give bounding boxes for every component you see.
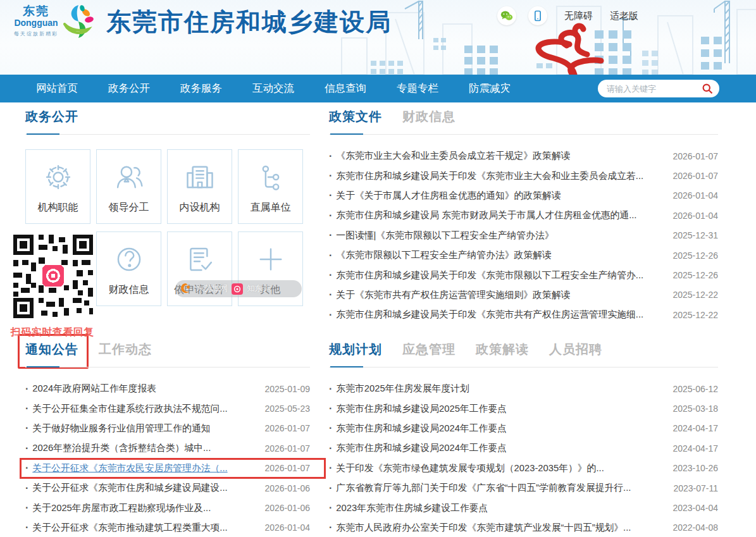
list-item[interactable]: · 东莞市住房和城乡建设局2025年工作要点 2025-03-18 xyxy=(329,398,718,418)
info-card[interactable]: 财政信息 xyxy=(96,231,161,306)
page: 东莞 Dongguan 每天绽放新精彩 东莞市住房和城乡建设局 xyxy=(0,0,756,537)
red-sculpture xyxy=(538,26,601,75)
info-card[interactable]: 其他 xyxy=(238,231,303,306)
info-card[interactable]: 依申请公开 xyxy=(167,231,232,306)
site-logo[interactable]: 东莞 Dongguan 每天绽放新精彩 xyxy=(14,4,96,39)
tab[interactable]: 政策文件 xyxy=(329,108,382,125)
plus-icon xyxy=(254,242,287,277)
doc-check-icon xyxy=(183,242,216,277)
list-item[interactable]: · 关于做好物业服务行业信用管理工作的通知 2026-01-07 xyxy=(25,419,310,438)
tab[interactable]: 工作动态 xyxy=(99,341,152,358)
info-card[interactable]: 内设机构 xyxy=(167,149,232,224)
list-item[interactable]: · 2023年东莞市住房城乡建设工作要点 2023-04-04 xyxy=(329,498,718,517)
gov-info-title: 政务公开 xyxy=(25,108,78,125)
tab[interactable]: 通知公告 xyxy=(25,341,78,358)
wechat-icon[interactable] xyxy=(497,6,516,25)
logo-en: Dongguan xyxy=(14,18,58,28)
nav-item[interactable]: 专题专栏 xyxy=(397,82,438,96)
qr-code-block: 扫码实时查看回复 xyxy=(11,232,96,339)
list-item[interactable]: · 2026年整治提升类（含拆整结合类）城中... 2026-01-07 xyxy=(25,438,310,458)
qr-code xyxy=(11,232,96,321)
search-icon xyxy=(701,82,714,95)
people-icon xyxy=(113,159,146,195)
list-item[interactable]: · 东莞市2025年住房发展年度计划 2025-06-12 xyxy=(329,379,718,398)
list-item[interactable]: · 关于公开征集全市住建系统行政执法不规范问... 2025-05-23 xyxy=(25,398,310,418)
tab[interactable]: 规划计划 xyxy=(329,341,382,358)
nav-item[interactable]: 政务公开 xyxy=(108,82,150,96)
nav-item[interactable]: 互动交流 xyxy=(252,82,294,96)
logo-tagline: 每天绽放新精彩 xyxy=(14,30,58,37)
logo-cn: 东莞 xyxy=(14,5,58,18)
question-icon xyxy=(113,242,146,277)
nav-items: 网站首页政务公开政务服务互动交流信息查询专题专栏防震减灾 xyxy=(0,82,541,96)
info-card[interactable]: 机构职能 xyxy=(25,149,90,224)
elderly-version-link[interactable]: 适老版 xyxy=(610,10,638,22)
list-item[interactable]: · 关于《东莞市共有产权住房运营管理实施细则》政策解读 2025-12-22 xyxy=(329,285,718,305)
info-card[interactable]: 领导分工 xyxy=(96,149,161,224)
list-item[interactable]: · 关于《关于市属人才住房租金优惠的通知》的政策解读 2026-01-04 xyxy=(329,186,718,206)
policy-tabs: 政策文件财政信息 xyxy=(329,108,718,125)
gov-info-cards-row1: 机构职能 领导分工 内设机构 直属单位 xyxy=(25,149,310,224)
tab[interactable]: 人员招聘 xyxy=(549,341,602,358)
building-icon xyxy=(183,159,216,195)
list-item[interactable]: · 东莞市住房和城乡建设局2024年工作要点 2024-04-17 xyxy=(329,419,718,438)
search-box xyxy=(598,80,719,97)
notice-tabs: 通知公告工作动态 xyxy=(25,340,310,358)
org-icon xyxy=(254,159,287,195)
qr-caption: 扫码实时查看回复 xyxy=(11,326,96,339)
list-item[interactable]: · 东莞市住房和城乡建设局 东莞市财政局关于市属人才住房租金优惠的通... 20… xyxy=(329,206,718,225)
list-item[interactable]: · 东莞市住房和城乡建设局关于印发《东莞市共有产权住房运营管理实施细... 20… xyxy=(329,305,718,324)
search-input[interactable] xyxy=(607,84,700,94)
list-item[interactable]: · 东莞市住房和城乡建设局关于印发《东莞市限额以下工程安全生产纳管办... 20… xyxy=(329,265,718,285)
list-item[interactable]: · 东莞市住房和城乡建设局关于印发《东莞市业主大会和业主委员会成立若... 20… xyxy=(329,166,718,185)
accessibility-link[interactable]: 无障碍 xyxy=(564,10,593,22)
notice-section: 通知公告工作动态 · 2024年政府网站工作年度报表 2025-01-09 · … xyxy=(25,340,310,537)
search-button[interactable] xyxy=(700,82,714,96)
notice-list: · 2024年政府网站工作年度报表 2025-01-09 · 关于公开征集全市住… xyxy=(25,379,310,537)
nav-item[interactable]: 信息查询 xyxy=(325,82,366,96)
list-item[interactable]: · 东莞市住房和城乡建设局2024年工作要点 2024-04-17 xyxy=(329,438,718,458)
list-item[interactable]: · 关于公开征求《东莞市农民安居房管理办法（... 2026-01-07 xyxy=(25,459,310,478)
tab[interactable]: 应急管理 xyxy=(402,341,455,358)
list-item[interactable]: · 关于印发《东莞市绿色建筑发展专项规划（2023-2035年）》的... 20… xyxy=(329,459,718,478)
site-header: 东莞 Dongguan 每天绽放新精彩 东莞市住房和城乡建设局 xyxy=(0,0,756,75)
nav-item[interactable]: 网站首页 xyxy=(36,82,78,96)
list-item[interactable]: · 《东莞市业主大会和业主委员会成立若干规定》政策解读 2026-01-07 xyxy=(329,146,718,166)
tab[interactable]: 政策解读 xyxy=(476,341,529,358)
nav-item[interactable]: 政务服务 xyxy=(180,82,222,96)
list-item[interactable]: · 2024年政府网站工作年度报表 2025-01-09 xyxy=(25,379,310,398)
info-card[interactable]: 直属单位 xyxy=(238,149,303,224)
list-item[interactable]: · 《东莞市限额以下工程安全生产纳管办法》政策解读 2025-12-26 xyxy=(329,245,718,265)
tab[interactable]: 财政信息 xyxy=(402,108,455,125)
list-item[interactable]: · 关于2025年房屋市政工程勘察现场作业及... 2026-01-06 xyxy=(25,498,310,517)
nav-item[interactable]: 防震减灾 xyxy=(469,82,511,96)
list-item[interactable]: · 一图读懂|《东莞市限额以下工程安全生产纳管办法》 2025-12-31 xyxy=(329,226,718,245)
planning-tabs: 规划计划应急管理政策解读人员招聘 xyxy=(329,340,718,358)
planning-list: · 东莞市2025年住房发展年度计划 2025-06-12 · 东莞市住房和城乡… xyxy=(329,379,718,537)
list-item[interactable]: · 广东省教育厅等九部门关于印发《广东省“十四五”学前教育发展提升行... 20… xyxy=(329,478,718,498)
policy-list: · 《东莞市业主大会和业主委员会成立若干规定》政策解读 2026-01-07 ·… xyxy=(329,146,718,325)
list-item[interactable]: · 关于公开征求《东莞市住房和城乡建设局建设... 2026-01-06 xyxy=(25,478,310,498)
utility-bar: 无障碍 适老版 xyxy=(497,6,638,25)
main-nav: 网站首页政务公开政务服务互动交流信息查询专题专栏防震减灾 xyxy=(0,75,756,102)
mobile-icon[interactable] xyxy=(528,6,547,25)
logo-flower-icon xyxy=(59,3,96,39)
planning-section: 规划计划应急管理政策解读人员招聘 · 东莞市2025年住房发展年度计划 2025… xyxy=(329,340,718,537)
policy-section: 政策文件财政信息 · 《东莞市业主大会和业主委员会成立若干规定》政策解读 202… xyxy=(329,108,718,325)
list-item[interactable]: · 关于公开征求《东莞市推动建筑工程类重大项... 2026-01-04 xyxy=(25,518,310,537)
list-item[interactable]: · 东莞市人民政府办公室关于印发《东莞市建筑产业发展“十四五”规划》... 20… xyxy=(329,518,718,537)
gear-icon xyxy=(42,159,75,195)
site-title: 东莞市住房和城乡建设局 xyxy=(106,5,392,39)
